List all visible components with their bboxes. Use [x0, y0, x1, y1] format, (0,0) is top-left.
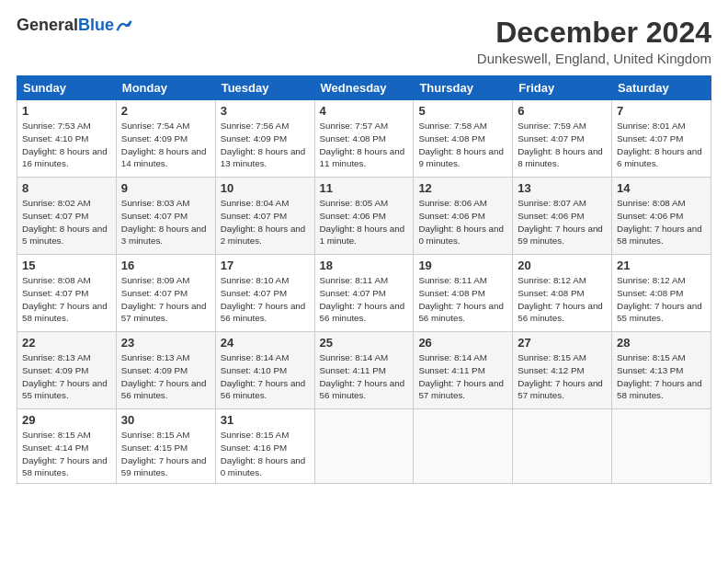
table-row: 1 Sunrise: 7:53 AM Sunset: 4:10 PM Dayli… [17, 100, 117, 178]
day-number: 6 [518, 104, 607, 118]
table-row: 25 Sunrise: 8:14 AM Sunset: 4:11 PM Dayl… [314, 332, 414, 409]
day-info: Sunrise: 8:15 AM Sunset: 4:13 PM Dayligh… [617, 351, 706, 402]
calendar-table: Sunday Monday Tuesday Wednesday Thursday… [17, 75, 711, 484]
day-info: Sunrise: 8:04 AM Sunset: 4:07 PM Dayligh… [221, 197, 310, 247]
col-saturday: Saturday [612, 76, 711, 100]
calendar-week-row: 22 Sunrise: 8:13 AM Sunset: 4:09 PM Dayl… [17, 332, 711, 409]
logo-general: GeneralBlue [17, 17, 114, 35]
day-number: 13 [518, 181, 607, 195]
day-number: 8 [22, 181, 111, 195]
calendar-week-row: 29 Sunrise: 8:15 AM Sunset: 4:14 PM Dayl… [17, 409, 711, 484]
col-monday: Monday [116, 76, 215, 100]
day-info: Sunrise: 8:15 AM Sunset: 4:16 PM Dayligh… [221, 429, 310, 479]
logo-icon [116, 19, 132, 32]
day-number: 29 [22, 413, 111, 427]
table-row: 29 Sunrise: 8:15 AM Sunset: 4:14 PM Dayl… [17, 409, 117, 484]
calendar-week-row: 8 Sunrise: 8:02 AM Sunset: 4:07 PM Dayli… [17, 178, 711, 255]
table-row: 9 Sunrise: 8:03 AM Sunset: 4:07 PM Dayli… [116, 178, 215, 255]
day-info: Sunrise: 8:06 AM Sunset: 4:06 PM Dayligh… [418, 197, 507, 247]
table-row: 18 Sunrise: 8:11 AM Sunset: 4:07 PM Dayl… [314, 255, 414, 332]
day-info: Sunrise: 7:59 AM Sunset: 4:07 PM Dayligh… [518, 120, 607, 170]
table-row [314, 409, 414, 484]
table-row: 20 Sunrise: 8:12 AM Sunset: 4:08 PM Dayl… [513, 255, 612, 332]
table-row: 24 Sunrise: 8:14 AM Sunset: 4:10 PM Dayl… [215, 332, 314, 409]
day-number: 16 [121, 259, 210, 272]
logo: GeneralBlue [17, 17, 132, 35]
table-row: 14 Sunrise: 8:08 AM Sunset: 4:06 PM Dayl… [612, 178, 711, 255]
day-info: Sunrise: 8:12 AM Sunset: 4:08 PM Dayligh… [518, 274, 607, 325]
table-row: 10 Sunrise: 8:04 AM Sunset: 4:07 PM Dayl… [215, 178, 314, 255]
table-row: 17 Sunrise: 8:10 AM Sunset: 4:07 PM Dayl… [215, 255, 314, 332]
day-info: Sunrise: 7:57 AM Sunset: 4:08 PM Dayligh… [320, 120, 409, 170]
day-info: Sunrise: 8:14 AM Sunset: 4:10 PM Dayligh… [221, 351, 310, 402]
day-number: 26 [418, 336, 507, 350]
day-number: 25 [320, 336, 409, 350]
day-number: 24 [221, 336, 310, 350]
day-number: 14 [617, 181, 706, 195]
day-info: Sunrise: 8:07 AM Sunset: 4:06 PM Dayligh… [518, 197, 607, 247]
day-info: Sunrise: 8:11 AM Sunset: 4:07 PM Dayligh… [320, 274, 409, 325]
day-number: 12 [418, 181, 507, 195]
day-number: 31 [221, 413, 310, 427]
day-number: 23 [121, 336, 210, 350]
col-friday: Friday [513, 76, 612, 100]
table-row [513, 409, 612, 484]
table-row: 2 Sunrise: 7:54 AM Sunset: 4:09 PM Dayli… [116, 100, 215, 178]
table-row: 12 Sunrise: 8:06 AM Sunset: 4:06 PM Dayl… [414, 178, 513, 255]
day-info: Sunrise: 8:05 AM Sunset: 4:06 PM Dayligh… [320, 197, 409, 247]
day-number: 1 [22, 104, 111, 118]
table-row: 4 Sunrise: 7:57 AM Sunset: 4:08 PM Dayli… [314, 100, 414, 178]
title-block: December 2024 Dunkeswell, England, Unite… [477, 17, 711, 66]
day-info: Sunrise: 7:54 AM Sunset: 4:09 PM Dayligh… [121, 120, 210, 170]
day-info: Sunrise: 8:13 AM Sunset: 4:09 PM Dayligh… [121, 351, 210, 402]
table-row [414, 409, 513, 484]
day-number: 4 [320, 104, 409, 118]
table-row: 27 Sunrise: 8:15 AM Sunset: 4:12 PM Dayl… [513, 332, 612, 409]
table-row: 28 Sunrise: 8:15 AM Sunset: 4:13 PM Dayl… [612, 332, 711, 409]
day-info: Sunrise: 8:15 AM Sunset: 4:14 PM Dayligh… [22, 429, 111, 479]
col-sunday: Sunday [17, 76, 117, 100]
day-number: 28 [617, 336, 706, 350]
table-row: 30 Sunrise: 8:15 AM Sunset: 4:15 PM Dayl… [116, 409, 215, 484]
table-row: 13 Sunrise: 8:07 AM Sunset: 4:06 PM Dayl… [513, 178, 612, 255]
day-info: Sunrise: 7:56 AM Sunset: 4:09 PM Dayligh… [221, 120, 310, 170]
day-info: Sunrise: 8:02 AM Sunset: 4:07 PM Dayligh… [22, 197, 111, 247]
table-row [612, 409, 711, 484]
table-row: 5 Sunrise: 7:58 AM Sunset: 4:08 PM Dayli… [414, 100, 513, 178]
col-tuesday: Tuesday [215, 76, 314, 100]
location-title: Dunkeswell, England, United Kingdom [477, 51, 711, 66]
table-row: 21 Sunrise: 8:12 AM Sunset: 4:08 PM Dayl… [612, 255, 711, 332]
day-number: 22 [22, 336, 111, 350]
table-row: 15 Sunrise: 8:08 AM Sunset: 4:07 PM Dayl… [17, 255, 117, 332]
day-number: 10 [221, 181, 310, 195]
day-number: 3 [221, 104, 310, 118]
table-row: 16 Sunrise: 8:09 AM Sunset: 4:07 PM Dayl… [116, 255, 215, 332]
day-number: 17 [221, 259, 310, 272]
table-row: 7 Sunrise: 8:01 AM Sunset: 4:07 PM Dayli… [612, 100, 711, 178]
day-info: Sunrise: 7:58 AM Sunset: 4:08 PM Dayligh… [418, 120, 507, 170]
day-info: Sunrise: 8:10 AM Sunset: 4:07 PM Dayligh… [221, 274, 310, 325]
day-info: Sunrise: 8:08 AM Sunset: 4:06 PM Dayligh… [617, 197, 706, 247]
page: GeneralBlue December 2024 Dunkeswell, En… [0, 0, 728, 563]
day-number: 11 [320, 181, 409, 195]
header: GeneralBlue December 2024 Dunkeswell, En… [17, 17, 711, 66]
table-row: 31 Sunrise: 8:15 AM Sunset: 4:16 PM Dayl… [215, 409, 314, 484]
day-number: 15 [22, 259, 111, 272]
day-info: Sunrise: 8:14 AM Sunset: 4:11 PM Dayligh… [418, 351, 507, 402]
day-info: Sunrise: 8:13 AM Sunset: 4:09 PM Dayligh… [22, 351, 111, 402]
day-number: 5 [418, 104, 507, 118]
day-info: Sunrise: 8:11 AM Sunset: 4:08 PM Dayligh… [418, 274, 507, 325]
day-info: Sunrise: 8:14 AM Sunset: 4:11 PM Dayligh… [320, 351, 409, 402]
day-info: Sunrise: 8:12 AM Sunset: 4:08 PM Dayligh… [617, 274, 706, 325]
table-row: 6 Sunrise: 7:59 AM Sunset: 4:07 PM Dayli… [513, 100, 612, 178]
day-info: Sunrise: 8:15 AM Sunset: 4:12 PM Dayligh… [518, 351, 607, 402]
day-info: Sunrise: 8:01 AM Sunset: 4:07 PM Dayligh… [617, 120, 706, 170]
day-number: 19 [418, 259, 507, 272]
col-thursday: Thursday [414, 76, 513, 100]
day-number: 27 [518, 336, 607, 350]
table-row: 8 Sunrise: 8:02 AM Sunset: 4:07 PM Dayli… [17, 178, 117, 255]
day-number: 7 [617, 104, 706, 118]
month-title: December 2024 [477, 17, 711, 49]
col-wednesday: Wednesday [314, 76, 414, 100]
day-info: Sunrise: 8:08 AM Sunset: 4:07 PM Dayligh… [22, 274, 111, 325]
